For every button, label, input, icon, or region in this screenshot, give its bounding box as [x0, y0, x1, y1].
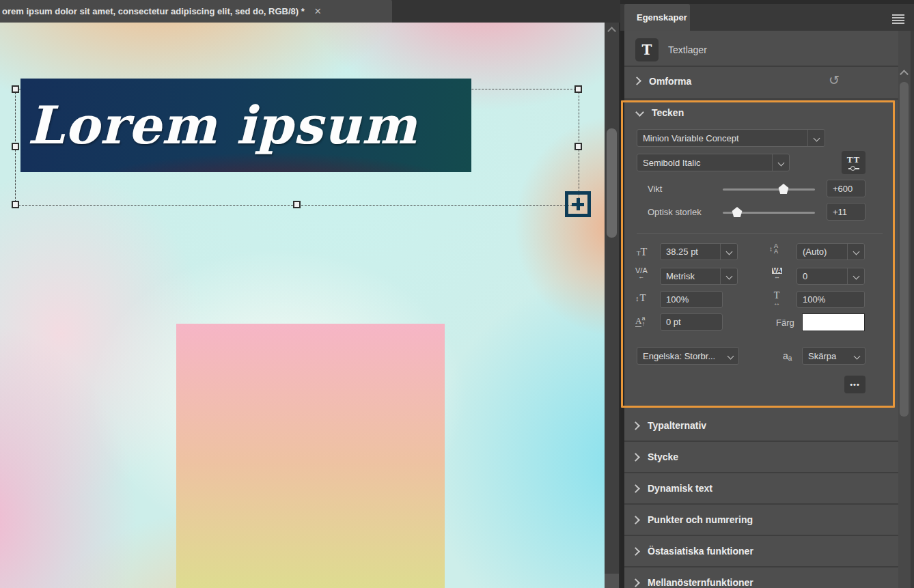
selection-handle-mid-right[interactable] [574, 143, 582, 150]
canvas-scrollbar[interactable] [605, 23, 619, 588]
weight-value: +600 [833, 184, 853, 194]
language-select[interactable]: Engelska: Storbr... [637, 347, 739, 365]
reset-icon[interactable]: ↺ [829, 74, 840, 87]
optical-size-input[interactable]: +11 [827, 203, 865, 221]
chevron-down-icon[interactable] [722, 348, 738, 364]
optical-size-value: +11 [833, 207, 847, 217]
variable-font-options-button[interactable]: TT [842, 151, 865, 174]
baseline-shift-input[interactable]: 0 pt [660, 313, 723, 331]
text-layer-icon[interactable]: T [635, 38, 659, 61]
font-size-value: 38.25 pt [661, 247, 720, 257]
plus-icon [577, 198, 580, 210]
chevron-right-icon [631, 516, 640, 524]
tab-egenskaper[interactable]: Egenskaper [624, 4, 690, 31]
chevron-right-icon [631, 453, 640, 462]
panel-scrollbar-thumb[interactable] [900, 82, 909, 417]
chevron-down-icon[interactable] [807, 130, 825, 146]
document-tab[interactable]: orem ipsum dolor sit amet, consectetur a… [0, 0, 392, 23]
selection-handle-bottom-left[interactable] [12, 201, 19, 208]
font-style-value: Semibold Italic [637, 158, 772, 168]
kerning-select[interactable]: Metrisk [660, 268, 738, 285]
section-punkter-och-numrering[interactable]: Punkter och numrering [624, 505, 898, 535]
section-label: Dynamisk text [648, 483, 712, 494]
more-options-button[interactable]: ••• [844, 376, 865, 393]
leading-value: (Auto) [797, 247, 847, 257]
font-family-select[interactable]: Minion Variable Concept [637, 129, 825, 147]
section-dynamisk-text[interactable]: Dynamisk text [624, 473, 898, 503]
horizontal-scale-value: 100% [803, 294, 825, 305]
anti-alias-icon: aa [783, 350, 792, 362]
divider [624, 66, 898, 67]
vertical-scale-icon: ↕T [635, 292, 646, 304]
section-label: Typalternativ [648, 420, 706, 431]
document-tab-bar: orem ipsum dolor sit amet, consectetur a… [0, 0, 620, 23]
font-size-select[interactable]: 38.25 pt [660, 243, 738, 260]
vertical-scale-input[interactable]: 100% [660, 291, 723, 308]
resize-plus-handle[interactable] [565, 191, 591, 217]
canvas-scrollbar-thumb[interactable] [607, 128, 617, 238]
chevron-down-icon[interactable] [720, 244, 737, 260]
ellipsis-icon: ••• [850, 380, 860, 389]
language-value: Engelska: Storbr... [637, 351, 722, 361]
weight-input[interactable]: +600 [827, 180, 865, 197]
kerning-value: Metrisk [661, 271, 720, 281]
document-title: orem ipsum dolor sit amet, consectetur a… [0, 6, 305, 16]
chevron-right-icon [631, 421, 640, 430]
chevron-right-icon [631, 484, 640, 493]
section-typalternativ[interactable]: Typalternativ [624, 410, 898, 440]
divider [637, 233, 883, 234]
chevron-right-icon [631, 578, 640, 587]
chevron-down-icon[interactable] [847, 268, 864, 284]
anti-alias-select[interactable]: Skärpa [802, 347, 865, 365]
text-layer-icon-glyph: T [642, 42, 652, 58]
canvas[interactable]: Lorem ipsum [0, 23, 605, 588]
selection-handle-bottom-center[interactable] [293, 201, 301, 208]
tracking-select[interactable]: 0 [797, 268, 865, 285]
chevron-down-icon[interactable] [720, 268, 737, 284]
selection-handle-mid-left[interactable] [12, 143, 19, 150]
vertical-scale-value: 100% [666, 294, 689, 305]
lorem-ipsum-text[interactable]: Lorem ipsum [20, 95, 417, 156]
horizontal-scale-input[interactable]: 100% [797, 291, 865, 308]
layer-type-label: Textlager [668, 44, 707, 55]
leading-select[interactable]: (Auto) [797, 243, 865, 260]
section-label: Stycke [648, 451, 678, 462]
close-document-icon[interactable]: ✕ [314, 6, 322, 16]
canvas-scrollbar-corner [605, 574, 619, 588]
panel-right-edge [911, 31, 914, 588]
chevron-right-icon [631, 547, 640, 556]
chevron-down-icon[interactable] [848, 348, 865, 364]
divider [624, 98, 898, 100]
text-layer-banner[interactable]: Lorem ipsum [20, 79, 471, 172]
tracking-value: 0 [797, 271, 847, 281]
tracking-icon: VA↔ [772, 268, 782, 280]
section-label: Östasiatiska funktioner [648, 546, 753, 557]
section-label: Mellanösternfunktioner [648, 577, 753, 588]
section-stycke[interactable]: Stycke [624, 442, 898, 472]
font-size-icon: TT [637, 246, 647, 258]
font-style-select[interactable]: Semibold Italic [637, 154, 790, 171]
slider-icon [848, 164, 859, 169]
anti-alias-value: Skärpa [803, 351, 848, 361]
section-tecken[interactable]: Tecken [652, 107, 684, 118]
selection-handle-top-left[interactable] [12, 85, 19, 93]
section-mellanosternfunktioner[interactable]: Mellanösternfunktioner [624, 568, 898, 588]
kerning-icon: V/A← [635, 268, 648, 280]
chevron-down-icon[interactable] [772, 154, 789, 171]
weight-slider-track[interactable] [723, 188, 815, 191]
optical-size-label: Optisk storlek [648, 207, 702, 217]
section-ostasiatiska-funktioner[interactable]: Östasiatiska funktioner [624, 536, 898, 566]
font-family-value: Minion Variable Concept [637, 133, 807, 143]
weight-label: Vikt [648, 184, 662, 194]
horizontal-scale-icon: T↔ [773, 291, 780, 306]
section-label: Punkter och numrering [648, 514, 753, 525]
text-color-swatch[interactable] [802, 313, 865, 331]
panel-menu-icon[interactable] [892, 14, 904, 24]
chevron-down-icon[interactable] [847, 244, 864, 260]
baseline-shift-value: 0 pt [666, 317, 681, 327]
baseline-shift-icon: Aa↑ [635, 316, 645, 327]
selection-handle-top-right[interactable] [574, 85, 582, 93]
gradient-rectangle-shape[interactable] [176, 324, 445, 588]
leading-icon: ↕AA [769, 243, 778, 254]
section-omforma[interactable]: Omforma [649, 76, 691, 87]
